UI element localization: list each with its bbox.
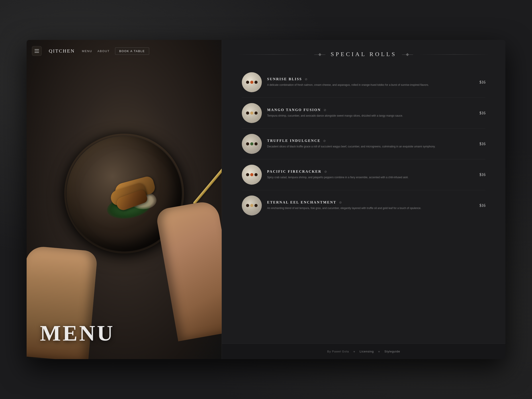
- item-name-4: PACIFIC FIRECRACKER: [267, 170, 322, 174]
- nav-link-menu[interactable]: MENU: [82, 50, 92, 53]
- item-details-3: TRUFFLE INDULGENCE ⊘ Decadent slices of …: [267, 139, 470, 149]
- item-icon-1: ⊘: [305, 77, 307, 81]
- item-image-3: [242, 134, 262, 154]
- item-details-4: PACIFIC FIRECRACKER ⊘ Spicy crab salad, …: [267, 170, 470, 180]
- item-desc-2: Tempura shrimp, cucumber, and avocado da…: [267, 114, 470, 118]
- footer-dot-2: ◆: [378, 350, 380, 353]
- item-name-row-2: MANGO TANGO FUSION ⊘: [267, 108, 470, 112]
- item-details-1: SUNRISE BLISS ⊘ A delicate combination o…: [267, 77, 470, 87]
- item-image-4: [242, 165, 262, 185]
- hamburger-line-2: [35, 51, 39, 51]
- divider-4: [242, 190, 485, 190]
- dot: [254, 204, 258, 207]
- item-name-2: MANGO TANGO FUSION: [267, 108, 321, 112]
- item-icon-2: ⊘: [324, 108, 326, 112]
- sushi-dots-2: [246, 112, 258, 115]
- menu-item-mango-tango[interactable]: MANGO TANGO FUSION ⊘ Tempura shrimp, cuc…: [237, 100, 490, 127]
- footer-dot-1: ◆: [353, 350, 355, 353]
- sushi-dots-5: [246, 204, 258, 207]
- title-line-left: [237, 54, 309, 55]
- food-scene: [27, 40, 222, 359]
- sushi-visual-5: [242, 196, 262, 215]
- dot: [254, 173, 258, 176]
- right-panel: —◆— SPECIAL ROLLS —◆—: [222, 40, 505, 359]
- item-details-2: MANGO TANGO FUSION ⊘ Tempura shrimp, cuc…: [267, 108, 470, 118]
- sushi-visual-3: [242, 134, 262, 154]
- item-details-5: ETERNAL EEL ENCHANTMENT ⊘ An enchanting …: [267, 200, 470, 210]
- footer-credit: By Paweł Gola: [327, 350, 349, 353]
- item-icon-5: ⊘: [339, 201, 342, 204]
- navbar: QITCHEN MENU ABOUT BOOK A TABLE: [32, 46, 216, 56]
- dot: [246, 81, 249, 84]
- title-ornament-right: —◆—: [402, 52, 413, 57]
- nav-link-about[interactable]: ABOUT: [98, 50, 110, 53]
- menu-item-sunrise-bliss[interactable]: SUNRISE BLISS ⊘ A delicate combination o…: [237, 69, 490, 96]
- dot: [250, 81, 253, 84]
- item-name-row-3: TRUFFLE INDULGENCE ⊘: [267, 139, 470, 143]
- sushi-visual-4: [242, 165, 262, 185]
- main-container: QITCHEN MENU ABOUT BOOK A TABLE MENU —◆—…: [27, 40, 505, 359]
- menu-item-eternal-eel[interactable]: ETERNAL EEL ENCHANTMENT ⊘ An enchanting …: [237, 192, 490, 219]
- right-content: —◆— SPECIAL ROLLS —◆—: [222, 40, 505, 344]
- item-image-5: [242, 196, 262, 215]
- item-desc-5: An enchanting blend of eel tempura, foie…: [267, 206, 470, 210]
- dot: [250, 142, 253, 146]
- item-image-1: [242, 72, 262, 92]
- dot: [254, 112, 258, 115]
- item-name-row-1: SUNRISE BLISS ⊘: [267, 77, 470, 81]
- dot: [254, 81, 258, 84]
- dot: [246, 173, 249, 176]
- menu-item-truffle[interactable]: TRUFFLE INDULGENCE ⊘ Decadent slices of …: [237, 130, 490, 157]
- brand-name: QITCHEN: [49, 48, 75, 54]
- section-title: SPECIAL ROLLS: [331, 51, 397, 58]
- sushi-visual-2: [242, 103, 262, 123]
- item-price-5: $16: [475, 203, 485, 208]
- section-title-row: —◆— SPECIAL ROLLS —◆—: [237, 51, 490, 58]
- hand-right: [155, 200, 222, 341]
- footer-styleguide-link[interactable]: Styleguide: [384, 350, 400, 353]
- item-name-1: SUNRISE BLISS: [267, 77, 302, 81]
- chopstick: [193, 139, 222, 205]
- item-name-row-5: ETERNAL EEL ENCHANTMENT ⊘: [267, 200, 470, 204]
- dot: [246, 112, 249, 115]
- book-table-button[interactable]: BOOK A TABLE: [115, 47, 149, 55]
- hamburger-line-1: [35, 49, 39, 50]
- menu-item-pacific[interactable]: PACIFIC FIRECRACKER ⊘ Spicy crab salad, …: [237, 161, 490, 188]
- title-ornament-left: —◆—: [314, 52, 325, 57]
- item-price-1: $16: [475, 80, 485, 85]
- dot: [250, 173, 253, 176]
- left-panel: QITCHEN MENU ABOUT BOOK A TABLE MENU: [27, 40, 222, 359]
- item-icon-3: ⊘: [323, 139, 326, 143]
- dot: [254, 142, 258, 146]
- item-price-2: $16: [475, 111, 485, 115]
- sushi-dots-1: [246, 81, 258, 84]
- dot: [250, 112, 253, 115]
- menu-items-list: SUNRISE BLISS ⊘ A delicate combination o…: [237, 69, 490, 219]
- menu-overlay-title: MENU: [40, 320, 115, 346]
- sushi-visual-1: [242, 72, 262, 92]
- item-image-2: [242, 103, 262, 123]
- item-price-4: $16: [475, 172, 485, 177]
- item-desc-4: Spicy crab salad, tempura shrimp, and ja…: [267, 175, 470, 180]
- dot: [246, 142, 249, 146]
- sushi-dots-3: [246, 142, 258, 146]
- divider-3: [242, 159, 485, 159]
- title-line-right: [418, 54, 490, 55]
- footer-licensing-link[interactable]: Licensing: [360, 350, 374, 353]
- item-name-row-4: PACIFIC FIRECRACKER ⊘: [267, 170, 470, 174]
- item-name-5: ETERNAL EEL ENCHANTMENT: [267, 200, 336, 204]
- nav-links: MENU ABOUT BOOK A TABLE: [82, 47, 149, 55]
- item-desc-1: A delicate combination of fresh salmon, …: [267, 83, 470, 87]
- dot: [250, 204, 253, 207]
- hamburger-line-3: [35, 52, 39, 53]
- hamburger-button[interactable]: [32, 46, 42, 56]
- item-desc-3: Decadent slices of black truffle grace a…: [267, 145, 470, 149]
- dot: [246, 204, 249, 207]
- item-name-3: TRUFFLE INDULGENCE: [267, 139, 321, 143]
- item-price-3: $16: [475, 142, 485, 146]
- footer: By Paweł Gola ◆ Licensing ◆ Styleguide: [222, 344, 505, 359]
- divider-2: [242, 128, 485, 129]
- sushi-dots-4: [246, 173, 258, 176]
- item-icon-4: ⊘: [324, 170, 327, 174]
